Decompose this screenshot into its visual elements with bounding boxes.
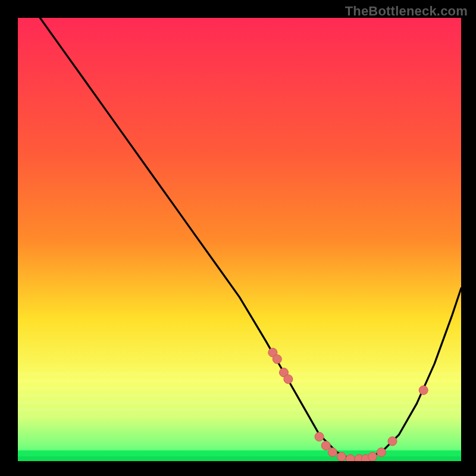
svg-rect-3	[18, 387, 461, 390]
svg-rect-5	[18, 401, 461, 404]
svg-point-23	[419, 386, 428, 394]
watermark-label: TheBottleneck.com	[345, 4, 468, 19]
plot-area	[18, 18, 461, 461]
svg-point-14	[321, 441, 330, 450]
svg-point-10	[273, 355, 281, 364]
svg-rect-8	[18, 456, 461, 461]
chart-svg	[18, 18, 461, 461]
svg-point-21	[377, 448, 386, 457]
svg-point-20	[368, 452, 377, 461]
svg-point-22	[388, 437, 397, 446]
svg-rect-1	[18, 372, 461, 375]
svg-point-13	[315, 433, 324, 441]
svg-rect-6	[18, 408, 461, 411]
svg-point-17	[346, 455, 355, 461]
chart-frame: TheBottleneck.com	[0, 0, 476, 476]
svg-rect-4	[18, 394, 461, 397]
svg-point-16	[337, 452, 346, 461]
svg-point-15	[328, 448, 337, 457]
svg-point-12	[284, 375, 293, 384]
svg-rect-2	[18, 380, 461, 383]
